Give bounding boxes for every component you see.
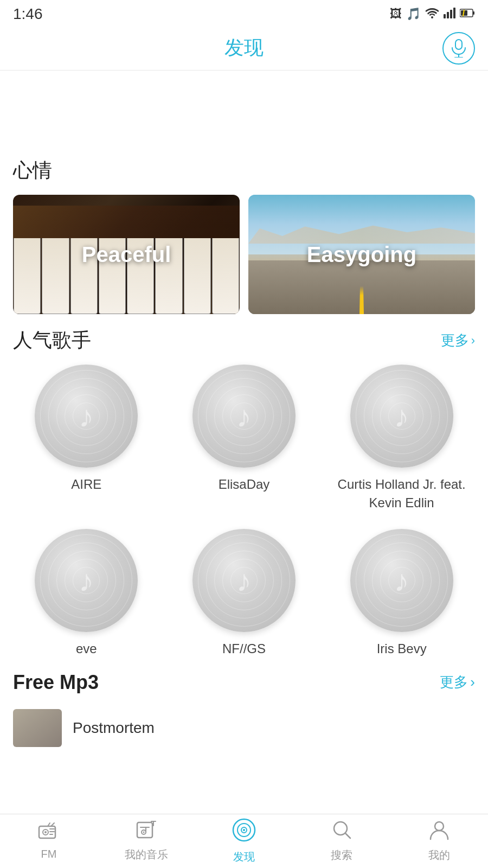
status-icons: 🖼 🎵 [390,7,475,22]
svg-rect-0 [444,14,446,18]
free-mp3-section: Free Mp3 更多 › Postmortem [0,671,488,754]
free-mp3-header: Free Mp3 更多 › [13,671,475,694]
piano-white-key [212,238,239,314]
track-name-0: Postmortem [73,719,155,737]
road-center-line [359,286,364,314]
nav-item-search[interactable]: 搜索 [293,820,390,863]
svg-rect-2 [450,10,452,18]
artist-avatar-3: ♪ [35,529,138,632]
bottom-nav: FM 我的音乐 发现 [0,814,488,868]
mood-section: 心情 Peaceful [0,157,488,314]
mood-cards: Peaceful Easygoing [13,195,475,314]
music-note-icon: ♪ [79,399,94,434]
nav-label-search: 搜索 [331,848,352,863]
music-note-icon: ♪ [79,563,94,598]
nav-label-fm: FM [41,848,57,860]
artist-item-3[interactable]: ♪ eve [13,529,160,658]
artist-name-1: ElisaDay [219,475,270,494]
mood-section-header: 心情 [13,157,475,184]
image-icon: 🖼 [390,7,402,21]
artist-item-4[interactable]: ♪ NF//GS [171,529,318,658]
my-music-icon [136,820,157,844]
svg-point-13 [44,831,47,833]
artist-avatar-0: ♪ [35,365,138,468]
piano-white-key [184,238,211,314]
battery-icon [460,7,475,21]
nav-item-profile[interactable]: 我的 [390,820,488,863]
mic-icon [451,39,467,58]
mood-label-easygoing: Easygoing [307,242,416,267]
header: 发现 [0,26,488,71]
mood-section-title: 心情 [13,157,52,184]
profile-icon [429,820,449,845]
discover-icon [232,818,256,846]
music-note-icon: ♪ [236,399,252,434]
status-time: 1:46 [13,5,43,23]
artist-item-0[interactable]: ♪ AIRE [13,365,160,512]
mic-button[interactable] [442,32,475,65]
mood-card-peaceful[interactable]: Peaceful [13,195,240,314]
svg-point-22 [143,832,145,833]
artists-more-label: 更多 [441,331,469,350]
svg-point-29 [243,829,245,831]
artists-section-title: 人气歌手 [13,327,91,354]
music-note-icon: ♪ [236,563,252,598]
artists-more-arrow: › [471,334,475,348]
artist-name-2: Curtis Holland Jr. feat. Kevin Edlin [338,475,466,512]
artist-item-2[interactable]: ♪ Curtis Holland Jr. feat. Kevin Edlin [328,365,475,512]
artist-item-1[interactable]: ♪ ElisaDay [171,365,318,512]
piano-white-key [14,238,41,314]
artist-name-4: NF//GS [222,640,266,658]
artist-item-5[interactable]: ♪ Iris Bevy [328,529,475,658]
status-bar: 1:46 🖼 🎵 [0,0,488,26]
artist-avatar-2: ♪ [350,365,453,468]
artist-name-0: AIRE [71,475,101,494]
wifi-icon [425,7,439,22]
track-thumb-inner [13,709,62,747]
nav-label-discover: 发现 [233,850,255,864]
free-mp3-title: Free Mp3 [13,671,99,694]
artist-name-3: eve [76,640,97,658]
nav-item-fm[interactable]: FM [0,822,98,860]
banner-area [0,71,488,157]
artists-section-header: 人气歌手 更多 › [13,327,475,354]
nav-label-my-music: 我的音乐 [125,847,168,862]
artist-avatar-5: ♪ [350,529,453,632]
nav-item-discover[interactable]: 发现 [195,818,293,864]
piano-white-key [42,238,69,314]
artist-name-5: Iris Bevy [377,640,427,658]
svg-rect-1 [447,12,449,18]
artists-grid: ♪ AIRE ♪ ElisaDay [13,365,475,658]
nav-label-profile: 我的 [428,848,450,863]
mood-card-easygoing[interactable]: Easygoing [248,195,475,314]
svg-point-32 [435,822,444,831]
artists-section: 人气歌手 更多 › ♪ AIRE [0,327,488,658]
artist-avatar-4: ♪ [192,529,296,632]
music-note-icon: ♪ [394,399,409,434]
signal-icon [444,7,455,22]
fm-icon [38,822,60,845]
page-title: 发现 [224,35,264,61]
free-mp3-more-button[interactable]: 更多 › [440,673,475,692]
artists-more-button[interactable]: 更多 › [441,331,475,350]
track-item-0[interactable]: Postmortem [13,703,475,754]
artist-avatar-1: ♪ [192,365,296,468]
svg-rect-3 [453,8,455,18]
free-mp3-more-label: 更多 [440,673,468,692]
track-thumbnail-0 [13,709,62,747]
svg-line-31 [345,833,350,838]
search-icon [332,820,351,845]
music-status-icon: 🎵 [406,7,421,21]
mood-label-peaceful: Peaceful [82,242,171,267]
svg-rect-5 [473,11,474,15]
music-note-icon: ♪ [394,563,409,598]
svg-rect-8 [455,40,462,49]
free-mp3-more-arrow: › [470,674,475,691]
nav-item-my-music[interactable]: 我的音乐 [98,820,195,862]
